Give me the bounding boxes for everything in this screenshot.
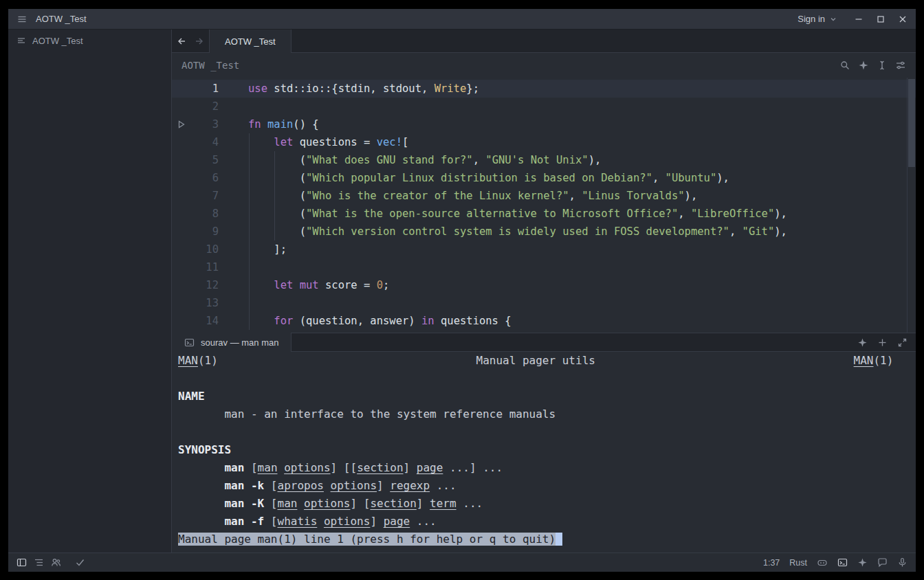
code-line[interactable]: 5 ("What does GNU stand for?", "GNU's No… xyxy=(172,151,916,169)
breadcrumb[interactable]: AOTW _Test xyxy=(182,60,239,71)
code-text: let mut score = 0; xyxy=(248,276,916,294)
sparkle-icon[interactable] xyxy=(857,337,868,348)
runner-gutter xyxy=(172,241,191,258)
titlebar: AOTW _Test Sign in xyxy=(8,9,916,30)
buffer-search-icon[interactable] xyxy=(839,60,850,71)
code-line[interactable]: 14 for (question, answer) in questions { xyxy=(172,312,916,330)
code-line[interactable]: 12 let mut score = 0; xyxy=(172,276,916,294)
new-terminal-plus-icon[interactable] xyxy=(877,337,888,348)
maximize-panel-icon[interactable] xyxy=(897,337,908,348)
code-line[interactable]: 4 let questions = vec![ xyxy=(172,133,916,151)
editor-lines: 1use std::io::{stdin, stdout, Write};23f… xyxy=(172,80,916,330)
indent-guide xyxy=(249,205,250,223)
code-line[interactable]: 7 ("Who is the creator of the Linux kern… xyxy=(172,187,916,205)
line-number: 2 xyxy=(191,98,219,115)
indent-guide xyxy=(249,133,250,151)
runner-gutter xyxy=(172,80,191,98)
editor-controls-icon[interactable] xyxy=(895,60,906,71)
runner-gutter xyxy=(172,276,191,294)
indent-guide xyxy=(249,169,250,187)
assistant-sparkle-icon[interactable] xyxy=(858,60,869,71)
status-bar: 1:37 Rust xyxy=(8,553,916,572)
code-text: ("Which version control system is widely… xyxy=(248,223,916,241)
code-text: let questions = vec![ xyxy=(248,133,916,151)
code-line[interactable]: 3fn main() { xyxy=(172,115,916,133)
indent-guide xyxy=(249,223,250,241)
run-button-icon[interactable] xyxy=(172,115,191,133)
indent-guide xyxy=(274,205,275,223)
collab-panel-icon[interactable] xyxy=(51,557,61,568)
language-selector[interactable]: Rust xyxy=(789,558,807,568)
code-line[interactable]: 13 xyxy=(172,294,916,312)
code-text: fn main() { xyxy=(248,115,916,133)
code-editor[interactable]: 1use std::io::{stdin, stdout, Write};23f… xyxy=(172,78,916,333)
diagnostics-check-icon[interactable] xyxy=(75,557,85,568)
forward-arrow-icon[interactable] xyxy=(195,36,204,46)
code-text xyxy=(248,294,916,312)
terminal-tab[interactable]: sourav — man man xyxy=(172,333,292,352)
mic-icon[interactable] xyxy=(897,557,908,568)
tab-label: AOTW _Test xyxy=(225,36,276,47)
code-text: for (question, answer) in questions { xyxy=(248,312,916,330)
project-list-icon xyxy=(16,36,26,45)
project-panel-icon[interactable] xyxy=(16,557,27,568)
sign-in-button[interactable]: Sign in xyxy=(798,14,837,24)
code-text: ]; xyxy=(248,241,916,258)
cursor-position[interactable]: 1:37 xyxy=(763,558,780,568)
indent-guide xyxy=(249,151,250,169)
code-line[interactable]: 11 xyxy=(172,258,916,276)
copilot-icon[interactable] xyxy=(817,557,828,568)
line-number: 5 xyxy=(191,151,219,169)
code-text xyxy=(248,258,916,276)
editor-scrollbar[interactable] xyxy=(907,78,916,333)
code-text: ("What does GNU stand for?", "GNU's Not … xyxy=(248,151,916,169)
line-number: 10 xyxy=(191,241,219,258)
code-line[interactable]: 1use std::io::{stdin, stdout, Write}; xyxy=(172,80,916,98)
project-root-item[interactable]: AOTW _Test xyxy=(8,30,171,52)
terminal-line: man [man options] [[section] page ...] .… xyxy=(178,459,916,477)
back-arrow-icon[interactable] xyxy=(177,36,186,46)
terminal-line: man -k [apropos options] regexp ... xyxy=(178,477,916,495)
terminal-panel[interactable]: MAN(1) Manual pager utils MAN(1)NAME man… xyxy=(172,352,916,553)
line-number: 14 xyxy=(191,312,219,330)
code-line[interactable]: 6 ("Which popular Linux distribution is … xyxy=(172,169,916,187)
runner-gutter xyxy=(172,133,191,151)
terminal-line: man - an interface to the system referen… xyxy=(178,405,916,423)
line-number: 6 xyxy=(191,169,219,187)
code-line[interactable]: 10 ]; xyxy=(172,241,916,258)
tab-aotw-test[interactable]: AOTW _Test xyxy=(209,30,292,53)
line-number: 11 xyxy=(191,258,219,276)
line-number: 3 xyxy=(191,115,219,133)
text-cursor-icon[interactable] xyxy=(877,60,888,71)
code-line[interactable]: 8 ("What is the open-source alternative … xyxy=(172,205,916,223)
outline-panel-icon[interactable] xyxy=(34,557,44,568)
chat-icon[interactable] xyxy=(877,557,888,568)
terminal-tab-icon xyxy=(184,337,195,348)
indent-guide xyxy=(249,312,250,330)
terminal-tab-label: sourav — man man xyxy=(201,337,278,348)
line-number: 12 xyxy=(191,276,219,294)
runner-gutter xyxy=(172,294,191,312)
code-text: ("Which popular Linux distribution is ba… xyxy=(248,169,916,187)
scrollbar-thumb[interactable] xyxy=(908,79,915,167)
editor-toolbar: AOTW _Test xyxy=(172,53,916,78)
close-icon[interactable] xyxy=(898,14,908,24)
window-title: AOTW _Test xyxy=(36,14,87,24)
terminal-output: MAN(1) Manual pager utils MAN(1)NAME man… xyxy=(178,352,916,548)
terminal-line xyxy=(178,370,916,388)
tab-bar: AOTW _Test xyxy=(172,30,916,53)
line-number: 4 xyxy=(191,133,219,151)
sign-in-label: Sign in xyxy=(798,14,825,24)
code-line[interactable]: 9 ("Which version control system is wide… xyxy=(172,223,916,241)
maximize-icon[interactable] xyxy=(876,14,886,24)
runner-gutter xyxy=(172,205,191,223)
runner-gutter xyxy=(172,223,191,241)
code-text: use std::io::{stdin, stdout, Write}; xyxy=(248,80,916,98)
terminal-panel-icon[interactable] xyxy=(837,557,848,568)
menu-icon[interactable] xyxy=(16,14,28,25)
assistant-icon[interactable] xyxy=(857,557,868,568)
minimize-icon[interactable] xyxy=(854,14,864,24)
chevron-down-icon xyxy=(829,15,837,23)
terminal-line xyxy=(178,423,916,441)
code-line[interactable]: 2 xyxy=(172,98,916,115)
